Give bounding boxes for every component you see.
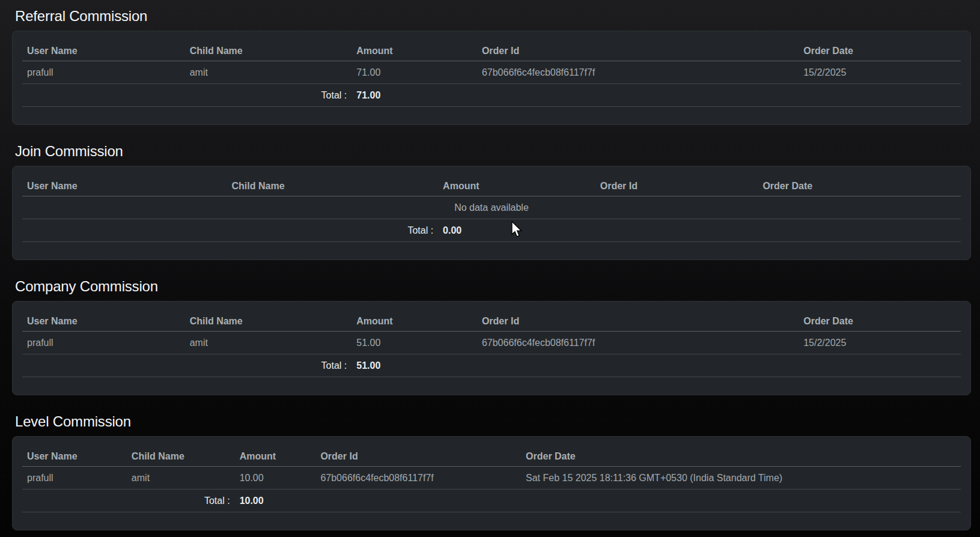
table-row: prafull amit 71.00 67b066f6c4fecb08f6117…: [22, 61, 961, 84]
col-header-user-name: User Name: [22, 446, 127, 467]
total-row-filler: [477, 84, 961, 107]
cell-order-id: 67b066f6c4fecb08f6117f7f: [315, 467, 521, 490]
col-header-order-date: Order Date: [799, 311, 961, 332]
no-data-message: No data available: [22, 196, 961, 219]
cell-order-date: 15/2/2025: [799, 332, 961, 354]
section-title: Level Commission: [15, 413, 971, 430]
cell-child-name: amit: [127, 467, 235, 490]
total-row-filler: [315, 490, 961, 512]
col-header-child-name: Child Name: [127, 446, 235, 467]
level-commission-table: User Name Child Name Amount Order Id Ord…: [22, 446, 961, 512]
referral-commission-section: Referral Commission User Name Child Name…: [12, 7, 971, 125]
company-commission-section: Company Commission User Name Child Name …: [12, 278, 971, 395]
total-row: Total : 10.00: [22, 490, 961, 512]
commission-card: User Name Child Name Amount Order Id Ord…: [12, 436, 971, 530]
commission-card: User Name Child Name Amount Order Id Ord…: [12, 31, 971, 125]
total-label: Total :: [22, 219, 438, 242]
table-header-row: User Name Child Name Amount Order Id Ord…: [22, 311, 961, 332]
col-header-user-name: User Name: [22, 176, 227, 196]
col-header-order-date: Order Date: [758, 176, 961, 196]
cell-child-name: amit: [185, 61, 352, 84]
col-header-order-id: Order Id: [477, 311, 799, 332]
table-header-row: User Name Child Name Amount Order Id Ord…: [22, 41, 961, 61]
total-label: Total :: [22, 354, 352, 377]
total-label: Total :: [22, 84, 352, 107]
total-row-filler: [477, 354, 961, 377]
section-title: Join Commission: [15, 142, 971, 160]
total-row: Total : 51.00: [22, 354, 961, 377]
total-row: Total : 0.00: [22, 219, 961, 242]
col-header-amount: Amount: [235, 446, 316, 467]
table-row: prafull amit 10.00 67b066f6c4fecb08f6117…: [22, 467, 961, 490]
col-header-amount: Amount: [352, 311, 477, 332]
cell-order-date: Sat Feb 15 2025 18:11:36 GMT+0530 (India…: [521, 467, 961, 490]
total-row: Total : 71.00: [22, 84, 961, 107]
section-title: Referral Commission: [15, 7, 971, 25]
col-header-order-id: Order Id: [315, 446, 521, 467]
total-row-filler: [595, 219, 961, 242]
no-data-row: No data available: [22, 196, 961, 219]
total-value: 0.00: [438, 219, 595, 242]
cell-user-name: prafull: [22, 467, 127, 490]
col-header-user-name: User Name: [22, 311, 185, 332]
cell-child-name: amit: [185, 332, 352, 354]
cell-order-id: 67b066f6c4fecb08f6117f7f: [477, 61, 799, 84]
total-value: 10.00: [235, 490, 316, 512]
col-header-order-id: Order Id: [477, 41, 799, 61]
cell-user-name: prafull: [22, 61, 185, 84]
cell-order-id: 67b066f6c4fecb08f6117f7f: [477, 332, 799, 354]
referral-commission-table: User Name Child Name Amount Order Id Ord…: [22, 41, 961, 107]
total-value: 71.00: [352, 84, 477, 107]
col-header-order-id: Order Id: [595, 176, 758, 196]
col-header-child-name: Child Name: [185, 311, 352, 332]
col-header-child-name: Child Name: [185, 41, 352, 61]
commission-card: User Name Child Name Amount Order Id Ord…: [12, 301, 971, 395]
col-header-order-date: Order Date: [799, 41, 961, 61]
col-header-child-name: Child Name: [227, 176, 439, 196]
col-header-order-date: Order Date: [521, 446, 961, 467]
company-commission-table: User Name Child Name Amount Order Id Ord…: [22, 311, 961, 377]
total-value: 51.00: [352, 354, 477, 377]
cell-order-date: 15/2/2025: [799, 61, 961, 84]
cell-amount: 10.00: [235, 467, 316, 490]
commission-card: User Name Child Name Amount Order Id Ord…: [12, 166, 971, 260]
table-header-row: User Name Child Name Amount Order Id Ord…: [22, 176, 961, 196]
level-commission-section: Level Commission User Name Child Name Am…: [12, 413, 971, 530]
total-label: Total :: [22, 490, 235, 512]
cell-amount: 51.00: [352, 332, 477, 354]
col-header-amount: Amount: [438, 176, 595, 196]
cell-amount: 71.00: [352, 61, 477, 84]
join-commission-section: Join Commission User Name Child Name Amo…: [12, 142, 971, 260]
join-commission-table: User Name Child Name Amount Order Id Ord…: [22, 176, 961, 242]
cell-user-name: prafull: [22, 332, 185, 354]
table-header-row: User Name Child Name Amount Order Id Ord…: [22, 446, 961, 467]
col-header-user-name: User Name: [22, 41, 185, 61]
table-row: prafull amit 51.00 67b066f6c4fecb08f6117…: [22, 332, 961, 354]
col-header-amount: Amount: [352, 41, 477, 61]
section-title: Company Commission: [15, 278, 971, 295]
